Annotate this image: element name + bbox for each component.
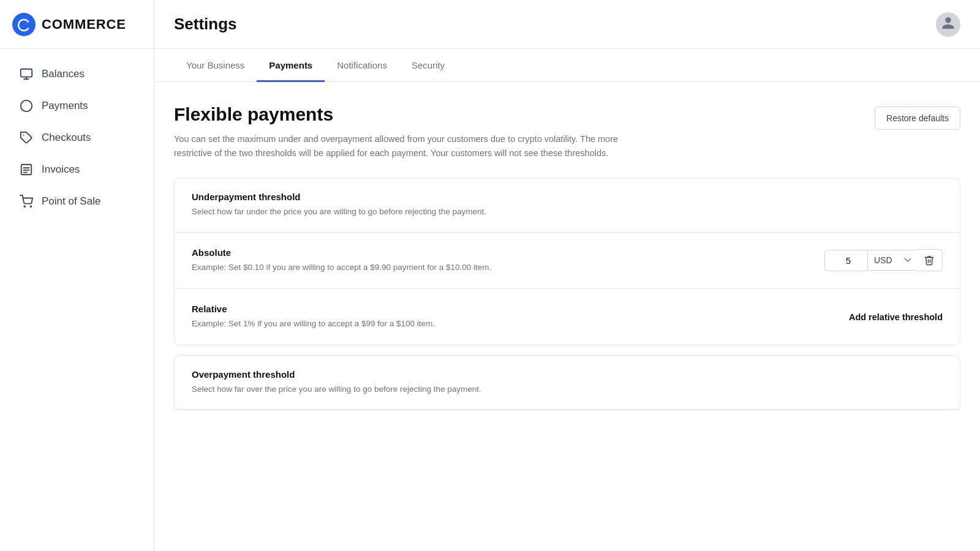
- settings-tabs: Your Business Payments Notifications Sec…: [154, 49, 980, 82]
- underpayment-desc: Select how far under the price you are w…: [192, 206, 943, 218]
- sidebar-item-point-of-sale[interactable]: Point of Sale: [5, 186, 149, 217]
- overpayment-card-header: Overpayment threshold Select how far ove…: [175, 356, 960, 410]
- currency-select[interactable]: USD EUR GBP BTC ETH: [867, 250, 916, 271]
- section-description: You can set the maximum under and overpa…: [174, 132, 639, 160]
- sidebar-item-pos-label: Point of Sale: [42, 195, 100, 208]
- sidebar-item-invoices-label: Invoices: [42, 163, 80, 176]
- absolute-value-input[interactable]: [824, 250, 867, 271]
- tab-notifications[interactable]: Notifications: [325, 49, 399, 82]
- overpayment-card: Overpayment threshold Select how far ove…: [174, 355, 960, 410]
- user-icon: [940, 16, 957, 33]
- sidebar-item-balances-label: Balances: [42, 68, 85, 80]
- svg-point-4: [21, 100, 32, 111]
- tag-icon: [20, 131, 33, 144]
- absolute-desc: Example: Set $0.10 if you are willing to…: [192, 261, 824, 274]
- absolute-delete-button[interactable]: [916, 249, 943, 271]
- relative-desc: Example: Set 1% if you are willing to ac…: [192, 318, 849, 330]
- monitor-icon: [20, 67, 33, 81]
- cart-icon: [20, 195, 33, 208]
- add-relative-threshold-button[interactable]: Add relative threshold: [849, 312, 943, 322]
- circle-icon: [20, 99, 33, 113]
- main-area: Settings Your Business Payments Notifica…: [154, 0, 980, 551]
- sidebar-item-checkouts-label: Checkouts: [42, 132, 91, 144]
- sidebar: COMMERCE Balances Payments Checkouts: [0, 0, 154, 551]
- sidebar-item-payments[interactable]: Payments: [5, 91, 149, 121]
- svg-point-10: [24, 206, 25, 207]
- section-title: Flexible payments: [174, 104, 639, 125]
- sidebar-item-payments-label: Payments: [42, 100, 88, 112]
- trash-icon: [924, 255, 935, 266]
- tab-security[interactable]: Security: [399, 49, 457, 82]
- svg-rect-1: [21, 69, 32, 77]
- sidebar-item-balances[interactable]: Balances: [5, 59, 149, 89]
- svg-point-11: [30, 206, 31, 207]
- svg-point-0: [12, 13, 36, 36]
- sidebar-item-invoices[interactable]: Invoices: [5, 154, 149, 185]
- tab-payments[interactable]: Payments: [257, 49, 325, 82]
- restore-defaults-button[interactable]: Restore defaults: [875, 107, 960, 130]
- section-header: Flexible payments You can set the maximu…: [174, 104, 960, 160]
- relative-title: Relative: [192, 304, 849, 314]
- section-header-left: Flexible payments You can set the maximu…: [174, 104, 639, 160]
- app-logo-text: COMMERCE: [42, 17, 126, 32]
- tab-your-business[interactable]: Your Business: [174, 49, 257, 82]
- absolute-row-left: Absolute Example: Set $0.10 if you are w…: [192, 247, 824, 274]
- main-content: Flexible payments You can set the maximu…: [154, 82, 980, 551]
- overpayment-desc: Select how far over the price you are wi…: [192, 383, 943, 395]
- sidebar-item-checkouts[interactable]: Checkouts: [5, 122, 149, 153]
- absolute-threshold-row: Absolute Example: Set $0.10 if you are w…: [175, 233, 960, 289]
- relative-row-left: Relative Example: Set 1% if you are will…: [192, 304, 849, 330]
- user-avatar[interactable]: [936, 12, 960, 37]
- file-icon: [20, 163, 33, 176]
- relative-threshold-row: Relative Example: Set 1% if you are will…: [175, 289, 960, 345]
- overpayment-title: Overpayment threshold: [192, 369, 943, 380]
- underpayment-card: Underpayment threshold Select how far un…: [174, 178, 960, 345]
- page-header: Settings: [154, 0, 980, 49]
- commerce-logo-icon: [12, 13, 36, 36]
- page-title: Settings: [174, 15, 237, 34]
- absolute-title: Absolute: [192, 247, 824, 258]
- sidebar-navigation: Balances Payments Checkouts Invo: [0, 49, 154, 227]
- underpayment-card-header: Underpayment threshold Select how far un…: [175, 178, 960, 232]
- underpayment-title: Underpayment threshold: [192, 192, 943, 202]
- sidebar-logo: COMMERCE: [0, 0, 154, 49]
- absolute-controls: USD EUR GBP BTC ETH: [824, 249, 943, 271]
